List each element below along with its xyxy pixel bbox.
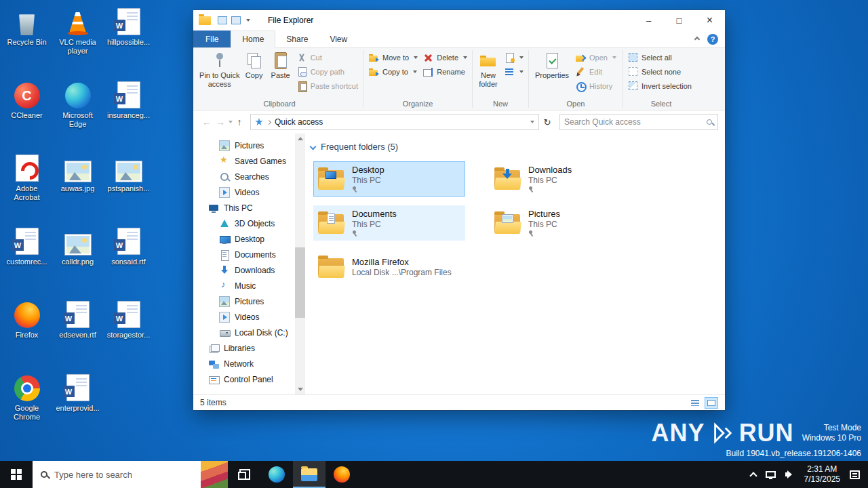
history-button[interactable]: History <box>574 79 618 93</box>
up-button[interactable]: ↑ <box>233 117 246 127</box>
nav-scrollbar[interactable] <box>295 134 305 394</box>
sidebar-item-downloads[interactable]: Downloads <box>193 262 295 278</box>
action-center-icon[interactable] <box>850 470 860 479</box>
new-folder-button[interactable]: New folder <box>476 50 500 89</box>
invert-selection-button[interactable]: Invert selection <box>627 79 693 93</box>
sidebar-item-searches[interactable]: Searches <box>193 169 295 184</box>
rename-button[interactable]: Rename <box>421 64 469 79</box>
close-button[interactable]: × <box>694 10 725 30</box>
desktop-icon-pstspanish[interactable]: pstspanish... <box>103 150 154 224</box>
tab-file[interactable]: File <box>193 30 231 47</box>
paste-button[interactable]: Paste <box>269 50 293 80</box>
open-button[interactable]: Open <box>574 50 618 64</box>
desktop-icon-enterprovid[interactable]: enterprovid... <box>52 370 103 443</box>
sidebar-item-3d-objects[interactable]: 3D Objects <box>193 216 295 231</box>
taskbar-firefox-button[interactable] <box>326 461 358 488</box>
easy-access-button[interactable] <box>502 64 525 79</box>
back-button[interactable]: ← <box>200 117 214 127</box>
address-dropdown-icon[interactable] <box>530 121 534 123</box>
select-none-button[interactable]: Select none <box>627 64 693 79</box>
taskbar-search-input[interactable] <box>54 470 194 480</box>
scrollbar-thumb[interactable] <box>295 247 305 318</box>
hidden-icons-chevron-icon[interactable] <box>749 472 757 479</box>
sidebar-item-pictures-pc[interactable]: Pictures <box>193 293 295 309</box>
scroll-up-icon[interactable] <box>295 134 305 144</box>
folder-tile-documents[interactable]: Documents This PC <box>313 205 465 241</box>
copy-to-button[interactable]: Copy to <box>367 64 419 79</box>
desktop-icon-vlc[interactable]: VLC media player <box>52 4 103 77</box>
desktop-icon-customrec[interactable]: customrec... <box>1 224 52 297</box>
network-icon[interactable] <box>766 471 776 478</box>
sidebar-item-desktop[interactable]: Desktop <box>193 231 295 247</box>
pin-to-quick-access-button[interactable]: Pin to Quick access <box>199 50 240 89</box>
desktop-icon-recycle-bin[interactable]: Recycle Bin <box>1 4 52 77</box>
sidebar-item-control-panel[interactable]: Control Panel <box>193 371 295 387</box>
folder-tile-desktop[interactable]: Desktop This PC <box>313 161 465 197</box>
sidebar-item-videos[interactable]: Videos <box>193 184 295 200</box>
folder-tile-pictures[interactable]: Pictures This PC <box>490 205 642 241</box>
cut-button[interactable]: Cut <box>295 50 359 64</box>
explorer-search-box[interactable] <box>559 114 718 130</box>
collapse-section-icon[interactable] <box>310 144 317 150</box>
breadcrumb-location[interactable]: Quick access <box>275 117 323 127</box>
properties-button[interactable]: Properties <box>532 50 572 80</box>
desktop-icon-storagestor[interactable]: storagestor... <box>103 297 154 370</box>
folder-tile-mozilla-firefox[interactable]: Mozilla Firefox Local Disk ...\Program F… <box>313 249 465 285</box>
folder-tile-downloads[interactable]: Downloads This PC <box>490 161 642 197</box>
sidebar-item-libraries[interactable]: Libraries <box>193 340 295 356</box>
maximize-button[interactable]: □ <box>664 10 694 30</box>
sidebar-item-local-disk-c[interactable]: Local Disk (C:) <box>193 325 295 340</box>
qat-button-2[interactable] <box>231 16 241 24</box>
tab-view[interactable]: View <box>319 30 358 47</box>
desktop-icon-ccleaner[interactable]: CCleaner <box>1 77 52 150</box>
titlebar[interactable]: File Explorer – □ × <box>193 10 725 30</box>
copy-path-button[interactable]: Copy path <box>295 64 359 79</box>
taskbar-search-box[interactable] <box>33 461 228 488</box>
desktop-icon-calldr-png[interactable]: calldr.png <box>52 224 103 297</box>
sidebar-item-videos-pc[interactable]: Videos <box>193 309 295 325</box>
desktop-icon-firefox[interactable]: Firefox <box>1 297 52 370</box>
desktop-icon-sonsaid-rtf[interactable]: sonsaid.rtf <box>103 224 154 297</box>
details-view-button[interactable] <box>688 397 702 409</box>
tab-home[interactable]: Home <box>231 30 275 48</box>
help-button[interactable]: ? <box>707 34 718 45</box>
task-view-button[interactable] <box>228 461 260 488</box>
taskbar-edge-button[interactable] <box>260 461 293 488</box>
desktop-icon-auwas-jpg[interactable]: auwas.jpg <box>52 150 103 224</box>
search-input[interactable] <box>564 117 703 127</box>
desktop-icon-google-chrome[interactable]: Google Chrome <box>1 370 52 443</box>
taskbar-clock[interactable]: 2:31 AM 7/13/2025 <box>804 464 840 485</box>
paste-shortcut-button[interactable]: Paste shortcut <box>295 79 359 93</box>
copy-button[interactable]: Copy <box>242 50 267 80</box>
sidebar-item-saved-games[interactable]: Saved Games <box>193 153 295 169</box>
new-item-button[interactable] <box>502 50 525 64</box>
collapse-ribbon-icon[interactable] <box>694 36 700 41</box>
move-to-button[interactable]: Move to <box>367 50 419 64</box>
tab-share[interactable]: Share <box>275 30 319 47</box>
forward-button[interactable]: → <box>214 117 227 127</box>
search-highlight-image[interactable] <box>201 461 228 488</box>
desktop-icon-hillpossible[interactable]: hillpossible... <box>103 4 154 77</box>
large-icons-view-button[interactable] <box>705 397 718 409</box>
desktop-icon-insuranceg[interactable]: insuranceg... <box>103 77 154 150</box>
refresh-button[interactable]: ↻ <box>539 117 555 127</box>
sidebar-item-documents[interactable]: Documents <box>193 247 295 262</box>
edit-button[interactable]: Edit <box>574 64 618 79</box>
scroll-down-icon[interactable] <box>295 384 305 394</box>
qat-dropdown-icon[interactable] <box>246 19 250 22</box>
sidebar-item-music[interactable]: Music <box>193 278 295 293</box>
desktop-icon-edseven-rtf[interactable]: edseven.rtf <box>52 297 103 370</box>
sidebar-item-pictures[interactable]: Pictures <box>193 138 295 153</box>
delete-button[interactable]: Delete <box>421 50 469 64</box>
taskbar-file-explorer-button[interactable] <box>293 461 326 488</box>
qat-button-1[interactable] <box>218 16 227 24</box>
minimize-button[interactable]: – <box>633 10 664 30</box>
sidebar-item-network[interactable]: Network <box>193 356 295 371</box>
desktop-icon-edge[interactable]: Microsoft Edge <box>52 77 103 150</box>
desktop-icon-adobe-acrobat[interactable]: Adobe Acrobat <box>1 150 52 224</box>
start-button[interactable] <box>0 461 33 488</box>
address-box[interactable]: Quick access <box>250 114 539 130</box>
select-all-button[interactable]: Select all <box>627 50 693 64</box>
sidebar-item-this-pc[interactable]: This PC <box>193 200 295 216</box>
speaker-icon[interactable] <box>785 470 795 479</box>
